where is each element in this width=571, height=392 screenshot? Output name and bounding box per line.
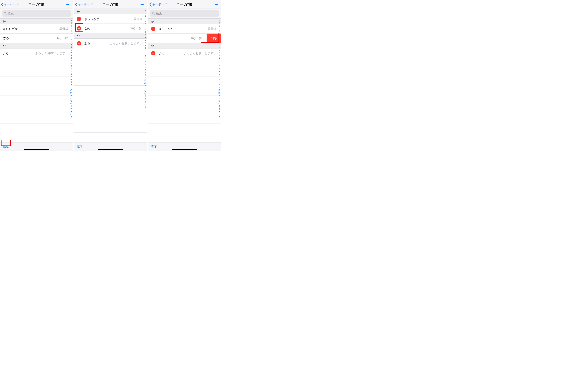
delete-toggle-icon[interactable]: − <box>77 41 81 45</box>
home-indicator[interactable] <box>172 149 197 150</box>
index-letter[interactable]: か <box>145 82 146 84</box>
index-letter[interactable]: F <box>71 33 72 35</box>
index-letter[interactable]: ら <box>70 110 72 113</box>
index-letter[interactable]: I <box>71 41 72 43</box>
index-letter[interactable]: さ <box>219 94 220 97</box>
index-letter[interactable]: Z <box>219 86 220 89</box>
index-letter[interactable]: L <box>145 39 146 42</box>
index-letter[interactable]: あ <box>219 89 220 91</box>
index-letter[interactable]: F <box>219 33 220 35</box>
index-letter[interactable]: D <box>145 17 146 20</box>
index-letter[interactable]: O <box>145 47 146 50</box>
delete-toggle-icon[interactable]: − <box>77 17 81 21</box>
index-letter[interactable]: は <box>145 92 146 95</box>
list-item[interactable]: − よろ よろしくお願いします。 <box>74 39 147 48</box>
index-letter[interactable]: Q <box>71 62 72 65</box>
index-letter[interactable]: H <box>145 28 146 31</box>
index-letter[interactable]: た <box>70 97 72 99</box>
list-item[interactable]: よろ よろしくお願いします。 <box>0 48 73 58</box>
index-letter[interactable]: T <box>219 70 220 73</box>
index-letter[interactable]: V <box>71 75 72 78</box>
add-button[interactable]: ＋ <box>213 1 219 7</box>
delete-toggle-icon[interactable]: − <box>151 51 155 55</box>
index-letter[interactable]: T <box>145 60 146 63</box>
list-item[interactable]: − よろ よろしくお願いします。 <box>148 48 221 58</box>
index-letter[interactable]: K <box>219 46 220 49</box>
index-letter[interactable]: U <box>71 73 72 75</box>
index-letter[interactable]: X <box>71 81 72 84</box>
list-item-swiped[interactable]: ごめ m(_ _)m 削除 <box>148 34 221 43</box>
index-letter[interactable]: # <box>219 116 220 118</box>
index-letter[interactable]: Z <box>71 86 72 89</box>
index-letter[interactable]: H <box>219 38 220 41</box>
list-item[interactable]: − ごめ m(_ _)m <box>74 24 147 33</box>
index-letter[interactable]: A <box>219 19 220 22</box>
index-letter[interactable]: J <box>145 33 146 36</box>
index-letter[interactable]: G <box>219 35 220 38</box>
index-letter[interactable]: W <box>219 78 220 81</box>
index-letter[interactable]: ま <box>145 95 146 98</box>
index-letter[interactable]: N <box>219 54 220 57</box>
index-letter[interactable]: ま <box>219 105 220 108</box>
delete-toggle-icon[interactable]: − <box>151 27 155 31</box>
index-letter[interactable]: X <box>145 71 146 74</box>
index-letter[interactable]: な <box>219 99 220 102</box>
index-letter[interactable]: # <box>71 116 72 118</box>
index-letter[interactable]: X <box>219 81 220 84</box>
index-letter[interactable]: か <box>219 91 220 94</box>
index-letter[interactable]: P <box>219 59 220 62</box>
search-input[interactable]: 検索 <box>150 10 219 17</box>
index-letter[interactable]: U <box>219 73 220 75</box>
index-letter[interactable]: M <box>71 51 72 54</box>
index-letter[interactable]: や <box>70 108 72 110</box>
list-item[interactable]: − きららざか 雲母坂 <box>74 14 147 24</box>
index-letter[interactable]: さ <box>70 94 72 97</box>
index-letter[interactable]: わ <box>219 113 220 116</box>
index-letter[interactable]: あ <box>70 89 72 91</box>
word-list[interactable]: か − きららざか 雲母坂 ごめ m(_ _)m 削除 や − よろ よろしくお… <box>148 19 221 142</box>
index-letter[interactable]: B <box>219 22 220 25</box>
index-letter[interactable]: K <box>145 36 146 39</box>
index-letter[interactable]: わ <box>145 103 146 106</box>
index-letter[interactable]: R <box>71 65 72 68</box>
index-letter[interactable]: A <box>71 19 72 22</box>
index-letter[interactable]: C <box>71 25 72 27</box>
add-button[interactable]: ＋ <box>139 1 145 7</box>
index-letter[interactable]: は <box>219 102 220 105</box>
index-letter[interactable]: J <box>71 43 72 46</box>
index-letter[interactable]: Y <box>145 74 146 76</box>
index-letter[interactable]: C <box>219 25 220 27</box>
index-letter[interactable]: さ <box>145 84 146 87</box>
index-letter[interactable]: ま <box>70 105 72 108</box>
index-letter[interactable]: Y <box>71 84 72 86</box>
index-letter[interactable]: M <box>219 51 220 54</box>
index-letter[interactable]: H <box>71 38 72 41</box>
index-letter[interactable]: た <box>145 87 146 90</box>
index-letter[interactable]: V <box>145 66 146 68</box>
index-letter[interactable]: L <box>219 49 220 51</box>
index-letter[interactable]: か <box>70 91 72 94</box>
index-letter[interactable]: I <box>145 31 146 34</box>
index-letter[interactable]: わ <box>70 113 72 116</box>
index-letter[interactable]: ら <box>219 110 220 113</box>
index-letter[interactable]: A <box>145 9 146 12</box>
index-letter[interactable]: J <box>219 43 220 46</box>
index-letter[interactable]: P <box>71 59 72 62</box>
index-letter[interactable]: V <box>219 75 220 78</box>
section-index[interactable]: ABCDEFGHIJKLMNOPQRSTUVWXYZあかさたなはまやらわ# <box>218 19 221 118</box>
index-letter[interactable]: ら <box>145 100 146 103</box>
home-indicator[interactable] <box>24 149 49 150</box>
index-letter[interactable]: E <box>219 30 220 33</box>
index-letter[interactable]: や <box>145 98 146 100</box>
edit-button[interactable]: 編集 <box>3 145 9 149</box>
index-letter[interactable]: あ <box>145 79 146 82</box>
index-letter[interactable]: O <box>71 57 72 59</box>
index-letter[interactable]: E <box>71 30 72 33</box>
index-letter[interactable]: S <box>145 57 146 60</box>
index-letter[interactable]: O <box>219 57 220 59</box>
word-list[interactable]: か − きららざか 雲母坂 − ごめ m(_ _)m や − よろ よろしくお願… <box>74 9 147 142</box>
back-button[interactable]: キーボード <box>148 2 167 6</box>
index-letter[interactable]: B <box>145 12 146 15</box>
index-letter[interactable]: T <box>71 70 72 73</box>
index-letter[interactable]: S <box>219 68 220 70</box>
